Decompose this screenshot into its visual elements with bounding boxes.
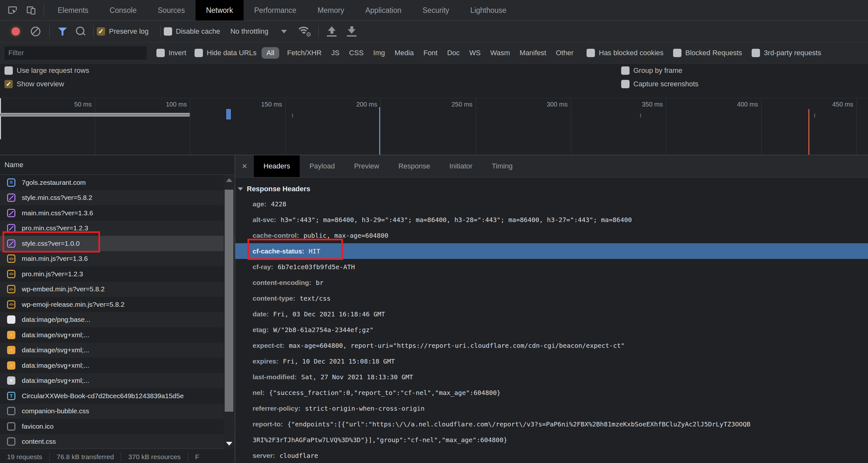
request-row[interactable]: data:image/svg+xml;... [0,327,235,343]
header-row[interactable]: cf-ray:6b7e1ce03fb9fd5e-ATH [235,259,868,274]
invert-checkbox[interactable] [156,49,165,57]
use-large-request-rows-checkbox[interactable] [4,66,13,75]
filter-type-all[interactable]: All [261,47,279,59]
request-row[interactable]: data:image/svg+xml;... [0,358,235,373]
header-row[interactable]: last-modified:Sat, 27 Nov 2021 18:13:30 … [235,369,868,385]
disable-cache-checkbox[interactable] [164,27,172,36]
header-row[interactable]: nel:{"success_fraction":0,"report_to":"c… [235,385,868,400]
tab-initiator[interactable]: Initiator [440,155,482,177]
header-row[interactable]: server:cloudflare [235,447,868,463]
disable-cache-label: Disable cache [176,27,220,36]
import-har-icon[interactable] [327,26,337,36]
filter-type-fetchxhr[interactable]: Fetch/XHR [282,49,327,57]
preserve-log-checkbox[interactable] [97,27,105,36]
show-overview-checkbox[interactable] [4,80,13,88]
header-row[interactable]: content-type:text/css [235,290,868,306]
inspect-element-button[interactable] [3,0,22,21]
export-har-icon[interactable] [347,26,356,36]
tab-sources[interactable]: Sources [147,0,195,21]
scroll-down-arrow-icon[interactable] [226,442,232,446]
tab-timing[interactable]: Timing [482,155,522,177]
has-blocked-cookies-checkbox[interactable] [587,49,595,57]
header-row[interactable]: expect-ct:max-age=604800, report-uri="ht… [235,338,868,353]
header-row[interactable]: age:4228 [235,196,868,212]
filter-type-media[interactable]: Media [390,49,418,57]
header-name: server: [253,452,275,460]
request-row[interactable]: main.min.js?ver=1.3.6 [0,251,235,267]
chevron-down-icon[interactable] [281,30,287,33]
search-icon[interactable] [76,27,84,35]
name-column-header[interactable]: Name [0,155,235,175]
tab-network[interactable]: Network [195,0,244,21]
request-row[interactable]: data:image/svg+xml;... [0,373,235,388]
tab-response[interactable]: Response [389,155,440,177]
header-row[interactable]: date:Fri, 03 Dec 2021 16:18:46 GMT [235,306,868,322]
clear-network-log-icon[interactable] [31,27,40,36]
gridline-50ms [95,98,95,155]
capture-screenshots-checkbox[interactable] [621,80,629,88]
filter-type-css[interactable]: CSS [344,49,368,57]
tab-preview[interactable]: Preview [345,155,389,177]
header-row[interactable]: expires:Fri, 10 Dec 2021 15:08:18 GMT [235,353,868,369]
tab-security[interactable]: Security [412,0,460,21]
tab-payload[interactable]: Payload [300,155,345,177]
tab-memory[interactable]: Memory [307,0,355,21]
tab-elements[interactable]: Elements [47,0,99,21]
tab-performance[interactable]: Performance [244,0,307,21]
gridline-300ms [571,98,571,155]
header-row[interactable]: content-encoding:br [235,274,868,290]
request-row[interactable]: main.min.css?ver=1.3.6 [0,205,235,221]
network-overview-timeline[interactable]: 50 ms 100 ms 150 ms 200 ms 250 ms 300 ms… [0,98,868,155]
scrollbar-thumb[interactable] [225,190,234,412]
scroll-up-arrow-icon[interactable] [226,178,232,182]
throttling-select[interactable]: No throttling [230,27,269,36]
toolbar-divider [93,25,94,37]
request-row[interactable]: content.css [0,434,235,449]
request-list-scrollbar[interactable] [224,175,234,449]
toolbar-divider [49,25,50,37]
filter-type-other[interactable]: Other [551,49,578,57]
request-row[interactable]: CircularXXWeb-Book-cd7d2bcec649b1243839a… [0,388,235,404]
toolbar-divider [318,25,319,37]
request-row[interactable]: style.min.css?ver=5.8.2 [0,190,235,206]
network-conditions-icon[interactable]: ⚙ [296,26,311,37]
stylesheet-icon [7,194,16,202]
request-name: pro.min.css?ver=1.2.3 [22,224,88,232]
request-row[interactable]: pro.min.js?ver=1.2.3 [0,266,235,282]
header-row-continuation[interactable]: 3RI%2F3rTJhAGFaPtw7LVQ%3D%3D"}],"group":… [235,432,868,447]
filter-type-js[interactable]: JS [326,49,344,57]
filter-funnel-icon[interactable] [58,28,67,36]
request-row[interactable]: data:image/png;base... [0,312,235,327]
device-toolbar-button[interactable] [22,0,40,21]
time-label: 250 ms [428,101,472,108]
header-row[interactable]: etag:W/"2b8-61a2754a-2344ef;gz" [235,322,868,338]
header-row[interactable]: alt-svc:h3=":443"; ma=86400, h3-29=":443… [235,212,868,228]
filter-type-doc[interactable]: Doc [442,49,464,57]
request-row[interactable]: wp-emoji-release.min.js?ver=5.8.2 [0,297,235,312]
tab-lighthouse[interactable]: Lighthouse [460,0,517,21]
header-row[interactable]: referrer-policy:strict-origin-when-cross… [235,400,868,416]
filter-type-img[interactable]: Img [368,49,390,57]
filter-type-wasm[interactable]: Wasm [486,49,515,57]
tab-headers[interactable]: Headers [254,155,300,177]
request-row[interactable]: data:image/svg+xml;... [0,343,235,358]
hide-data-urls-checkbox[interactable] [194,49,203,57]
record-network-log-button[interactable] [11,27,20,36]
group-by-frame-checkbox[interactable] [621,66,629,75]
tab-console[interactable]: Console [99,0,147,21]
request-row[interactable]: wp-embed.min.js?ver=5.8.2 [0,282,235,297]
blocked-requests-checkbox[interactable] [673,49,681,57]
tab-application[interactable]: Application [355,0,412,21]
request-row[interactable]: companion-bubble.css [0,404,235,419]
filter-type-ws[interactable]: WS [464,49,485,57]
filter-type-manifest[interactable]: Manifest [515,49,551,57]
request-row[interactable]: 7gols.zestaurant.com [0,175,235,190]
request-row[interactable]: favicon.ico [0,419,235,434]
third-party-requests-checkbox[interactable] [752,49,760,57]
filter-input[interactable] [4,46,147,60]
header-row[interactable]: report-to:{"endpoints":[{"url":"https:\/… [235,416,868,432]
filter-type-font[interactable]: Font [418,49,442,57]
header-name: cf-ray: [253,263,273,271]
close-icon[interactable]: × [235,155,254,177]
response-headers-section[interactable]: Response Headers [235,182,868,196]
